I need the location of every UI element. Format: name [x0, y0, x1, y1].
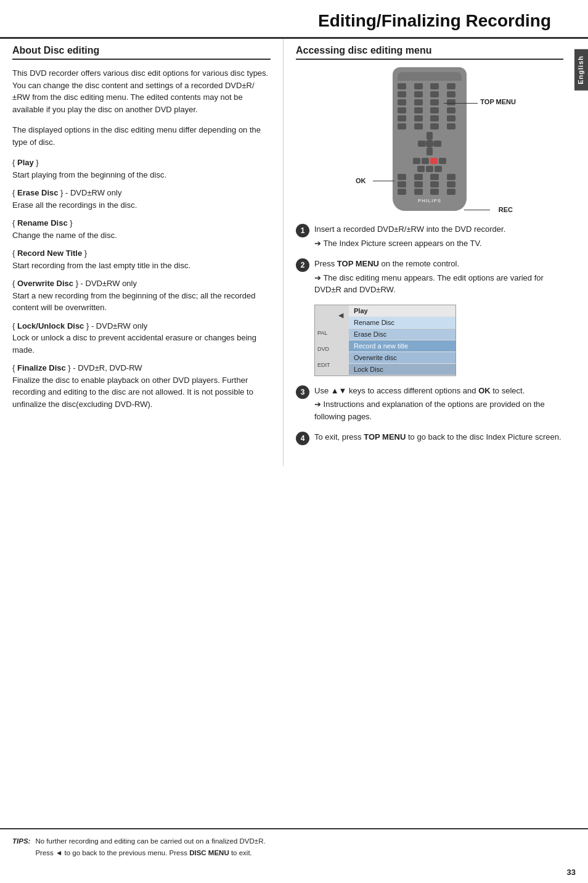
menu-item-lock-disc: Lock Disc: [349, 364, 455, 376]
menu-items-list: Play Rename Disc Erase Disc Record a new…: [349, 305, 455, 376]
menu-left-labels: ◄ PAL DVD EDIT: [315, 305, 349, 376]
option-lock-unlock-disc: { Lock/Unlock Disc } - DVD±RW only Lock …: [12, 320, 271, 356]
menu-item-overwrite-disc: Overwrite disc: [349, 352, 455, 364]
menu-screenshot: ◄ PAL DVD EDIT Play Rename Disc Erase Di…: [314, 305, 456, 376]
step-1-text: Insert a recorded DVD±R/±RW into the DVD…: [314, 224, 505, 234]
menu-left-arrow: ◄: [317, 310, 346, 320]
step-1-sub: ➔ The Index Picture screen appears on th…: [314, 237, 563, 250]
page-number: 33: [567, 868, 576, 877]
remote-illustration: PHILIPS TOP MENU OK REC: [349, 67, 510, 211]
top-menu-label: TOP MENU: [480, 98, 516, 105]
rec-label: REC: [499, 206, 513, 213]
tips-bar: TIPS: No further recording and editing c…: [0, 828, 588, 865]
step-3-sub: ➔ Instructions and explanation of the op…: [314, 398, 563, 422]
intro-paragraph-1: This DVD recorder offers various disc ed…: [12, 67, 271, 115]
philips-brand-label: PHILIPS: [398, 198, 462, 203]
intro-paragraph-2: The displayed options in the disc editin…: [12, 124, 271, 148]
step-2-sub: ➔ The disc editing menu appears. The edi…: [314, 272, 563, 296]
left-column: About Disc editing This DVD recorder off…: [0, 39, 284, 466]
option-rename-disc: { Rename Disc } Change the name of the d…: [12, 217, 271, 241]
menu-label-dvd: DVD: [317, 346, 346, 352]
option-erase-disc: { Erase Disc } - DVD±RW only Erase all t…: [12, 187, 271, 211]
step-3-text: Use ▲▼ keys to access different options …: [314, 386, 525, 395]
accessing-disc-editing-heading: Accessing disc editing menu: [296, 45, 563, 60]
ok-line: [373, 181, 394, 181]
ok-label: OK: [356, 177, 366, 184]
page-title: Editing/Finalizing Recording: [12, 11, 551, 31]
tips-content: No further recording and editing can be …: [35, 836, 265, 858]
rec-line: [464, 210, 490, 210]
menu-item-play: Play: [349, 305, 455, 317]
option-record-new-title: { Record New Title } Start recording fro…: [12, 247, 271, 271]
menu-label-pal: PAL: [317, 330, 346, 336]
step-1: 1 Insert a recorded DVD±R/±RW into the D…: [296, 223, 563, 249]
step-3: 3 Use ▲▼ keys to access different option…: [296, 385, 563, 423]
tips-label: TIPS:: [12, 836, 30, 858]
option-finalize-disc: { Finalize Disc } - DVD±R, DVD-RW Finali…: [12, 362, 271, 410]
menu-item-erase-disc: Erase Disc: [349, 329, 455, 340]
step-2-text: Press TOP MENU on the remote control.: [314, 259, 459, 268]
option-overwrite-disc: { Overwrite Disc } - DVD±RW only Start a…: [12, 277, 271, 314]
step-4: 4 To exit, press TOP MENU to go back to …: [296, 431, 563, 445]
menu-item-record-new-title: Record a new title: [349, 340, 455, 352]
language-tab: English: [574, 49, 588, 91]
menu-label-edit: EDIT: [317, 362, 346, 368]
step-2: 2 Press TOP MENU on the remote control. …: [296, 258, 563, 296]
step-4-text: To exit, press TOP MENU to go back to th…: [314, 432, 561, 442]
about-disc-editing-heading: About Disc editing: [12, 45, 271, 60]
option-play: { Play } Start playing from the beginnin…: [12, 157, 271, 181]
top-menu-line: [444, 103, 478, 104]
page-title-bar: Editing/Finalizing Recording: [0, 0, 588, 39]
menu-item-rename-disc: Rename Disc: [349, 317, 455, 329]
remote-control: PHILIPS: [393, 67, 467, 211]
right-column: Accessing disc editing menu: [284, 39, 588, 466]
